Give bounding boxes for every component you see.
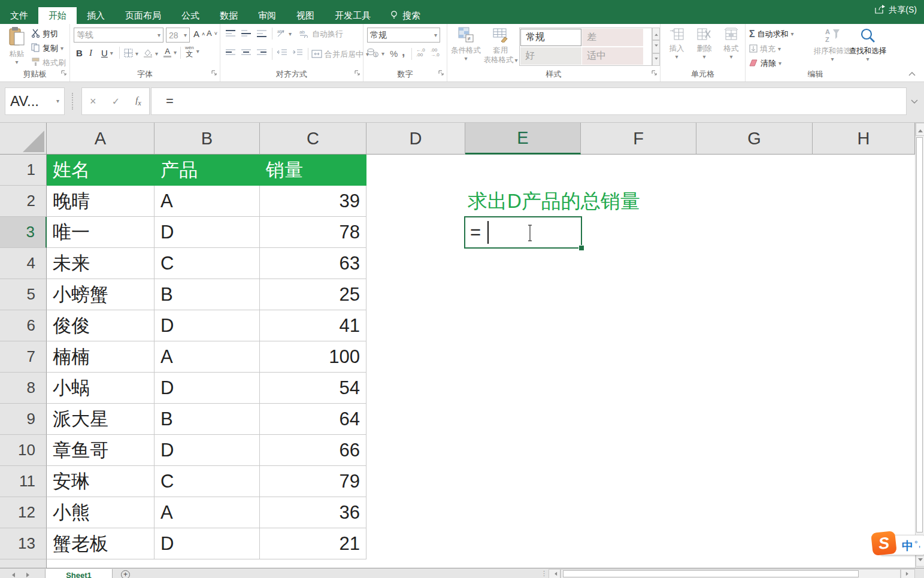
cell-B8[interactable]: D xyxy=(154,373,260,404)
clipboard-dialog-launcher-icon[interactable] xyxy=(61,68,67,78)
font-size-select[interactable]: 28 ▾ xyxy=(166,28,190,43)
cell-B9[interactable]: B xyxy=(154,404,260,435)
cell-B4[interactable]: C xyxy=(154,248,260,279)
cell-style-适中[interactable]: 适中 xyxy=(582,47,643,65)
grow-font-button[interactable]: A˄ xyxy=(193,29,205,39)
row-header-7[interactable]: 7 xyxy=(0,341,47,373)
share-button[interactable]: 共享(S) xyxy=(875,5,917,16)
add-sheet-button[interactable]: + xyxy=(121,570,130,578)
fill-button[interactable]: 填充 ▾ xyxy=(749,44,781,55)
cell-style-好[interactable]: 好 xyxy=(520,47,581,65)
prev-sheet-icon[interactable] xyxy=(10,573,15,577)
cell-C7[interactable]: 100 xyxy=(260,341,366,373)
cell-C5[interactable]: 25 xyxy=(260,279,366,310)
insert-function-icon[interactable]: fx xyxy=(135,95,141,108)
row-header-8[interactable]: 8 xyxy=(0,373,47,404)
vertical-scroll-thumb[interactable] xyxy=(916,137,923,532)
cell-C1[interactable]: 销量 xyxy=(260,155,366,186)
collapse-ribbon-icon[interactable] xyxy=(908,69,916,77)
row-header-14[interactable]: 14 xyxy=(0,559,47,568)
tab-文件[interactable]: 文件 xyxy=(0,7,38,24)
copy-button[interactable]: 复制 ▾ xyxy=(31,43,63,54)
edit-cell-E3[interactable]: = xyxy=(464,216,582,249)
row-header-12[interactable]: 12 xyxy=(0,497,47,528)
cell-B10[interactable]: D xyxy=(154,435,260,466)
align-left-button[interactable] xyxy=(225,49,236,56)
font-color-button[interactable]: A ▾ xyxy=(163,47,177,58)
format-as-table-button[interactable]: 套用 表格格式▾ xyxy=(483,27,518,65)
cell-C13[interactable]: 21 xyxy=(260,528,366,559)
increase-decimal-button[interactable]: ←.0.00 xyxy=(416,48,425,58)
cell-C4[interactable]: 63 xyxy=(260,248,366,279)
tab-审阅[interactable]: 审阅 xyxy=(248,7,286,24)
row-header-11[interactable]: 11 xyxy=(0,466,47,497)
select-all-corner[interactable] xyxy=(0,123,47,155)
wrap-text-button[interactable]: ab 自动换行 xyxy=(299,29,343,40)
cell-style-差[interactable]: 差 xyxy=(582,29,643,46)
formula-input[interactable]: = xyxy=(151,87,907,115)
accounting-format-button[interactable]: $ ▾ xyxy=(367,48,384,59)
row-header-4[interactable]: 4 xyxy=(0,248,47,279)
styles-dialog-launcher-icon[interactable] xyxy=(652,68,658,78)
column-header-F[interactable]: F xyxy=(581,123,696,155)
expand-formula-bar-icon[interactable] xyxy=(910,96,919,107)
delete-cells-button[interactable]: 删除 ▾ xyxy=(692,28,717,60)
cell-A7[interactable]: 楠楠 xyxy=(47,341,154,373)
cell-A11[interactable]: 安琳 xyxy=(47,466,154,497)
row-header-9[interactable]: 9 xyxy=(0,404,47,435)
tab-开始[interactable]: 开始 xyxy=(38,7,77,24)
cell-A2[interactable]: 晚晴 xyxy=(47,186,154,217)
cell-A6[interactable]: 俊俊 xyxy=(47,310,154,341)
column-header-A[interactable]: A xyxy=(47,123,154,155)
row-header-3[interactable]: 3 xyxy=(0,217,47,248)
cell-C3[interactable]: 78 xyxy=(260,217,366,248)
row-header-10[interactable]: 10 xyxy=(0,435,47,466)
clear-button[interactable]: 清除 ▾ xyxy=(749,58,781,69)
name-box[interactable]: AV... ▾ xyxy=(5,87,65,115)
tab-开发工具[interactable]: 开发工具 xyxy=(325,7,381,24)
ime-punctuation-indicator[interactable]: °, xyxy=(914,539,922,549)
cell-B1[interactable]: 产品 xyxy=(154,155,260,186)
scroll-down-button[interactable] xyxy=(916,555,924,567)
cell-C8[interactable]: 54 xyxy=(260,373,366,404)
cell-C2[interactable]: 39 xyxy=(260,186,366,217)
column-header-C[interactable]: C xyxy=(260,123,366,155)
gallery-scroll-up[interactable] xyxy=(652,28,660,40)
cell-C10[interactable]: 66 xyxy=(260,435,366,466)
tell-me-search[interactable]: 搜索 xyxy=(381,7,429,24)
insert-cells-button[interactable]: 插入 ▾ xyxy=(664,28,689,60)
cell-A1[interactable]: 姓名 xyxy=(47,155,154,186)
cell-B3[interactable]: D xyxy=(154,217,260,248)
borders-button[interactable]: ▾ xyxy=(124,49,138,59)
find-select-button[interactable]: 查找和选择 ▾ xyxy=(851,28,884,62)
autosum-button[interactable]: Σ 自动求和 ▾ xyxy=(749,29,794,40)
font-dialog-launcher-icon[interactable] xyxy=(211,68,217,78)
cell-B11[interactable]: C xyxy=(154,466,260,497)
cell-A13[interactable]: 蟹老板 xyxy=(47,528,154,559)
tab-公式[interactable]: 公式 xyxy=(171,7,210,24)
row-header-13[interactable]: 13 xyxy=(0,528,47,559)
cell-B2[interactable]: A xyxy=(154,186,260,217)
comma-style-button[interactable]: , xyxy=(402,46,405,59)
font-name-select[interactable]: 等线 ▾ xyxy=(74,28,163,43)
cell-A5[interactable]: 小螃蟹 xyxy=(47,279,154,310)
cell-C9[interactable]: 64 xyxy=(260,404,366,435)
paste-button[interactable]: 粘贴 ▾ xyxy=(4,27,30,65)
format-cells-button[interactable]: 格式 ▾ xyxy=(719,28,743,60)
shrink-font-button[interactable]: A˅ xyxy=(207,29,217,38)
scroll-up-button[interactable] xyxy=(916,123,924,136)
row-header-2[interactable]: 2 xyxy=(0,186,47,217)
bold-button[interactable]: B xyxy=(76,48,83,58)
horizontal-scroll-thumb[interactable] xyxy=(563,570,859,577)
cell-B5[interactable]: B xyxy=(154,279,260,310)
tab-视图[interactable]: 视图 xyxy=(286,7,325,24)
sogou-logo-icon[interactable]: S xyxy=(871,531,897,556)
alignment-dialog-launcher-icon[interactable] xyxy=(355,68,360,78)
align-center-button[interactable] xyxy=(241,49,252,56)
decrease-indent-button[interactable] xyxy=(277,49,287,56)
merge-center-button[interactable]: 合并后居中 ▾ xyxy=(311,49,369,60)
fill-handle[interactable] xyxy=(578,245,584,251)
tab-页面布局[interactable]: 页面布局 xyxy=(115,7,171,24)
cell-C12[interactable]: 36 xyxy=(260,497,366,528)
conditional-formatting-button[interactable]: ≠ 条件格式 ▾ xyxy=(450,27,482,62)
